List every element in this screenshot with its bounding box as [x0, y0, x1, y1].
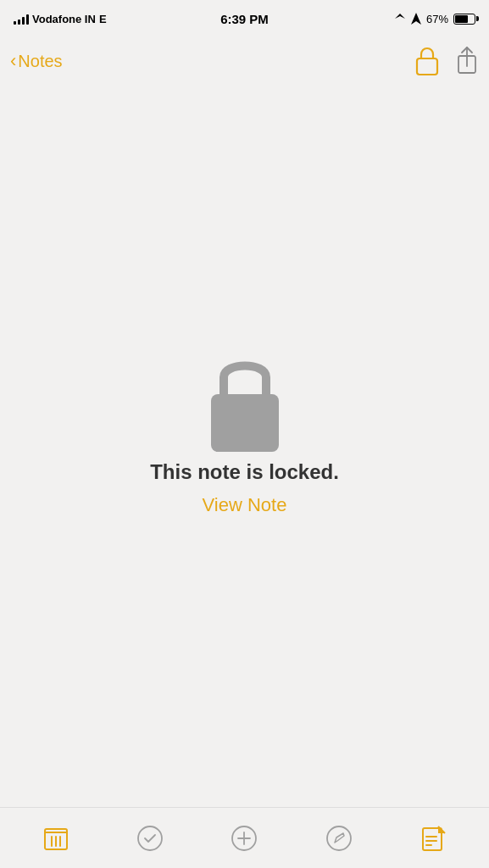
status-right: 67% [394, 13, 475, 25]
chevron-left-icon: ‹ [10, 52, 16, 70]
plus-circle-icon [231, 825, 258, 852]
nav-bar: ‹ Notes [0, 37, 489, 85]
delete-button[interactable] [35, 817, 77, 860]
lock-icon[interactable] [414, 45, 440, 77]
svg-rect-1 [417, 58, 437, 75]
back-label: Notes [18, 52, 62, 71]
new-note-button[interactable] [412, 817, 454, 860]
signal-bars-icon [14, 13, 29, 25]
main-content: This note is locked. View Note [0, 85, 489, 807]
signal-bar-3 [22, 17, 25, 25]
navigation-icon [411, 13, 421, 25]
pencil-button[interactable] [318, 817, 360, 860]
view-note-button[interactable]: View Note [203, 494, 287, 516]
nav-actions [414, 45, 479, 77]
battery-percent: 67% [426, 13, 448, 25]
large-lock-icon [194, 342, 296, 460]
bottom-toolbar [0, 807, 489, 868]
add-button[interactable] [223, 817, 265, 860]
network-type: E [99, 13, 107, 25]
svg-marker-0 [411, 13, 421, 25]
pencil-circle-icon [325, 825, 353, 852]
check-circle-icon [136, 825, 164, 852]
carrier-name: Vodafone IN [32, 13, 96, 25]
signal-bar-2 [18, 19, 20, 25]
share-icon[interactable] [455, 46, 479, 76]
check-button[interactable] [129, 817, 171, 860]
svg-point-15 [327, 826, 351, 850]
svg-rect-4 [211, 394, 279, 452]
signal-bar-4 [26, 14, 29, 25]
signal-bar-1 [14, 21, 16, 25]
trash-icon [43, 824, 69, 853]
edit-icon [420, 825, 447, 852]
status-bar: Vodafone IN E 6:39 PM 67% [0, 0, 489, 37]
status-time: 6:39 PM [220, 12, 269, 26]
status-left: Vodafone IN E [14, 13, 107, 25]
svg-point-11 [138, 826, 162, 850]
back-button[interactable]: ‹ Notes [10, 52, 63, 71]
location-icon [394, 13, 406, 25]
locked-title: This note is locked. [150, 460, 339, 484]
battery-icon [453, 14, 475, 25]
